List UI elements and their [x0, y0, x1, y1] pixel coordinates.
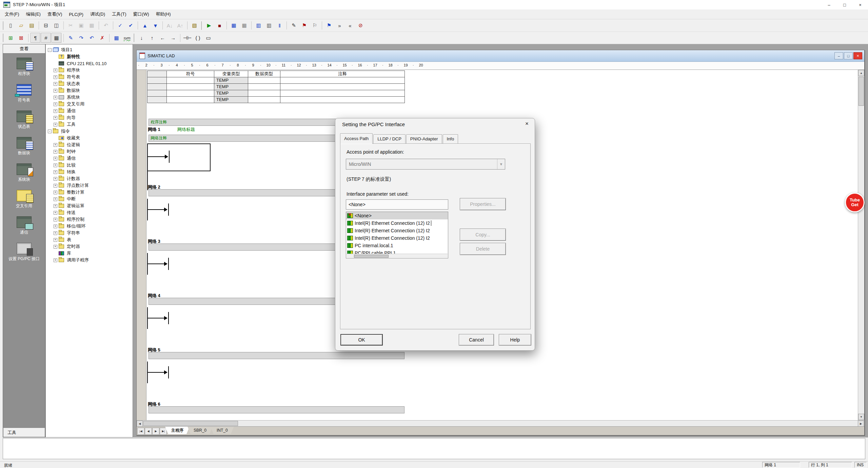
- expander-icon[interactable]: +: [54, 150, 57, 154]
- expander-icon[interactable]: +: [54, 170, 57, 174]
- dialog-tab-access-path[interactable]: Access Path: [340, 133, 373, 144]
- new-file-button[interactable]: ▯: [6, 21, 16, 31]
- tree-item-convert[interactable]: +转换: [46, 169, 133, 175]
- var-table-cell[interactable]: [248, 96, 280, 103]
- tree-item-bit-logic[interactable]: +位逻辑: [46, 141, 133, 148]
- lad-minimize-button[interactable]: –: [834, 52, 843, 59]
- menu-window[interactable]: 窗口(W): [130, 9, 153, 19]
- pause-program-status-button[interactable]: ▦: [239, 21, 249, 31]
- print-preview-button[interactable]: ◫: [52, 21, 61, 31]
- expander-icon[interactable]: +: [54, 163, 57, 167]
- tree-item-table[interactable]: +表: [46, 236, 133, 243]
- scroll-left-button[interactable]: ◀: [137, 421, 143, 427]
- var-table-cell[interactable]: TEMP: [214, 83, 248, 90]
- tree-item-interrupt[interactable]: +中断: [46, 196, 133, 202]
- vscroll-thumb[interactable]: [859, 77, 864, 106]
- lad-maximize-button[interactable]: □: [844, 52, 853, 59]
- expander-icon[interactable]: +: [54, 143, 57, 147]
- var-table-cell[interactable]: [280, 90, 405, 97]
- tree-item-string[interactable]: +字符串: [46, 230, 133, 236]
- adapter-pc-internal[interactable]: PC internal.local.1: [346, 242, 448, 249]
- minimize-button[interactable]: –: [821, 0, 837, 9]
- clear-bookmarks-button[interactable]: ⊘: [356, 21, 366, 31]
- var-table-cell[interactable]: [280, 83, 405, 90]
- interface-parameter-field[interactable]: <None>: [346, 199, 448, 210]
- expander-icon[interactable]: -: [48, 48, 52, 52]
- tree-item-favorites[interactable]: 收藏夹: [46, 135, 133, 141]
- force-values-button[interactable]: ⚑: [299, 21, 309, 31]
- tree-item-move[interactable]: +传送: [46, 209, 133, 216]
- adapter-intel-3[interactable]: Intel(R) Ethernet Connection (12) I2: [346, 234, 448, 242]
- pou-prev-button[interactable]: ◀: [145, 428, 152, 435]
- toggle-pou-comments-button[interactable]: ¶: [31, 33, 40, 43]
- expander-icon[interactable]: +: [54, 218, 57, 221]
- insert-branch-up-button[interactable]: ↷: [76, 33, 86, 43]
- expander-icon[interactable]: +: [54, 75, 57, 79]
- tree-item-integer-math[interactable]: +整数计算: [46, 189, 133, 196]
- tab-main-program[interactable]: 主程序: [165, 427, 190, 434]
- lad-horizontal-scrollbar[interactable]: ◀▶: [137, 420, 864, 427]
- coil-button[interactable]: ( ): [193, 33, 203, 43]
- previous-bookmark-button[interactable]: «: [345, 21, 355, 31]
- upload-button[interactable]: ▲: [140, 21, 150, 31]
- menu-plc[interactable]: PLC(P): [65, 10, 87, 19]
- nav-status-chart[interactable]: 状态表: [3, 111, 45, 137]
- box-button[interactable]: ▭: [203, 33, 213, 43]
- compile-all-button[interactable]: ✔: [126, 21, 136, 31]
- expander-icon[interactable]: +: [54, 184, 57, 188]
- insert-branch-down-button[interactable]: ↶: [87, 33, 97, 43]
- tree-item-timers[interactable]: +定时器: [46, 243, 133, 250]
- expander-icon[interactable]: +: [54, 231, 57, 235]
- expander-icon[interactable]: +: [54, 82, 57, 86]
- expander-icon[interactable]: +: [54, 89, 57, 93]
- toggle-network-comments-button[interactable]: #: [41, 33, 51, 43]
- expander-icon[interactable]: +: [54, 69, 57, 72]
- program-status-button[interactable]: ▦: [229, 21, 239, 31]
- close-button[interactable]: ×: [852, 0, 868, 9]
- expander-icon[interactable]: +: [54, 197, 57, 201]
- pause-chart-button[interactable]: ‖: [275, 21, 284, 31]
- toggle-symbolic-addressing-button[interactable]: sym: [122, 33, 132, 43]
- tree-item-whats-new[interactable]: 新特性: [46, 53, 133, 60]
- open-file-button[interactable]: ▱: [16, 21, 26, 31]
- adapter-none[interactable]: <None>: [346, 212, 448, 219]
- tree-item-system-block[interactable]: +系统块: [46, 94, 133, 101]
- var-table-cell[interactable]: [248, 77, 280, 84]
- insert-network-button[interactable]: ⊞: [6, 33, 16, 43]
- tree-item-status-chart[interactable]: +状态表: [46, 80, 133, 87]
- maximize-button[interactable]: □: [837, 0, 852, 9]
- delete-network-button[interactable]: ⊠: [16, 33, 26, 43]
- menu-view[interactable]: 查看(V): [44, 9, 65, 19]
- expander-icon[interactable]: +: [54, 258, 57, 262]
- dialog-close-icon[interactable]: ×: [525, 120, 529, 127]
- adapter-intel-1[interactable]: Intel(R) Ethernet Connection (12) I2: [346, 219, 448, 227]
- expander-icon[interactable]: +: [54, 123, 57, 126]
- expander-icon[interactable]: +: [54, 177, 57, 181]
- scroll-down-button[interactable]: ▼: [858, 414, 864, 420]
- symbol-table-view-button[interactable]: ▦: [112, 33, 121, 43]
- save-all-button[interactable]: ▤: [27, 21, 37, 31]
- options-button[interactable]: ▧: [190, 21, 199, 31]
- toggle-symbol-info-button[interactable]: ▦: [52, 33, 61, 43]
- bookmark-button[interactable]: ⚑: [324, 21, 334, 31]
- tree-item-wizards[interactable]: +向导: [46, 114, 133, 121]
- network-1-selection-box[interactable]: [147, 143, 211, 171]
- next-bookmark-button[interactable]: »: [335, 21, 344, 31]
- unforce-values-button[interactable]: ⚐: [310, 21, 320, 31]
- expander-icon[interactable]: -: [48, 130, 52, 133]
- tree-item-libraries[interactable]: 库: [46, 250, 133, 257]
- nav-system-block[interactable]: 系统块: [3, 163, 45, 190]
- var-table-cell[interactable]: [166, 83, 214, 90]
- dialog-tab-info[interactable]: Info: [443, 134, 458, 143]
- network-5-comment-bar[interactable]: [149, 352, 405, 359]
- tree-item-program-block[interactable]: +程序块: [46, 67, 133, 74]
- tree-item-clock[interactable]: +时钟: [46, 148, 133, 155]
- chart-status-button[interactable]: ▥: [254, 21, 263, 31]
- adapter-intel-2[interactable]: Intel(R) Ethernet Connection (12) I2: [346, 227, 448, 234]
- var-table-cell[interactable]: TEMP: [214, 96, 248, 103]
- menu-help[interactable]: 帮助(H): [153, 9, 174, 19]
- pou-next-button[interactable]: ▶: [152, 428, 159, 435]
- expander-icon[interactable]: +: [54, 109, 57, 113]
- lad-vertical-scrollbar[interactable]: ▲▼: [858, 70, 864, 420]
- tab-sbr0[interactable]: SBR_0: [188, 427, 213, 434]
